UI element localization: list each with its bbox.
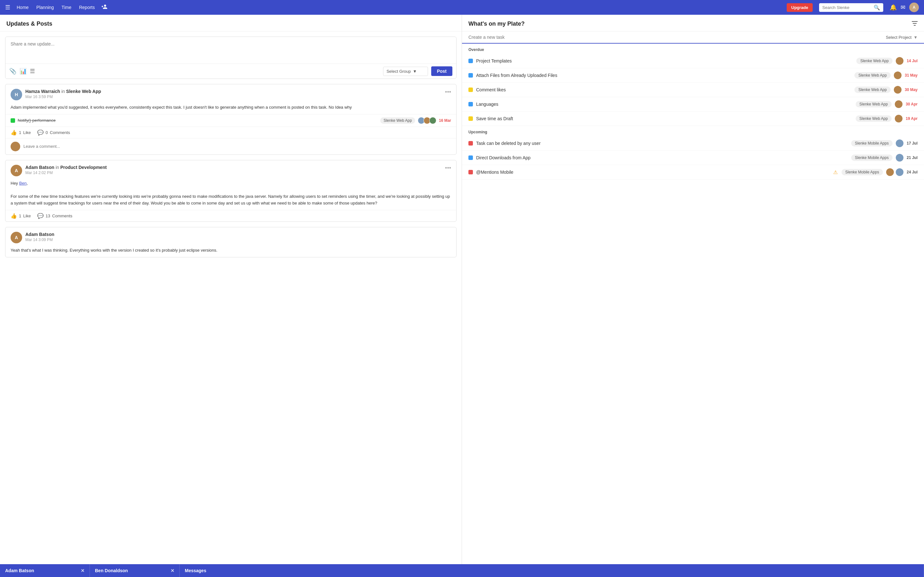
nav-time[interactable]: Time: [61, 5, 71, 10]
update-box: 📎 📊 ☰ Select Group ▼ Post: [5, 37, 457, 79]
chat-bar-label-adam: Adam Batson: [5, 568, 34, 573]
post-user-info-2: A Adam Batson in Product Development Mar…: [11, 165, 107, 176]
task-color-square: [468, 73, 473, 77]
nav-home[interactable]: Home: [17, 5, 29, 10]
like-button[interactable]: 👍 1 Like: [11, 129, 31, 135]
task-row[interactable]: Save time as Draft Slenke Web App 19 Apr: [462, 111, 924, 126]
task-row-name: Task can be deleted by any user: [476, 141, 848, 146]
task-row[interactable]: Attach Files from Already Uploaded Files…: [462, 68, 924, 83]
task-date: 21 Jul: [907, 155, 918, 160]
nav-links: Home Planning Time Reports: [17, 5, 95, 10]
like-label-2: Like: [23, 213, 31, 218]
notification-icon[interactable]: 🔔: [890, 4, 897, 11]
attach-icon[interactable]: 📎: [9, 68, 16, 75]
post-time: Mar 16 3:59 PM: [25, 95, 101, 99]
search-input[interactable]: [822, 5, 872, 10]
nav-add-member[interactable]: [101, 3, 107, 11]
chat-bars: Adam Batson × Ben Donaldson × Messages: [0, 564, 924, 577]
comment-preview-body: Yeah that's what I was thinking. Everyth…: [5, 246, 456, 257]
task-row[interactable]: Direct Downloads from App Slenke Mobile …: [462, 151, 924, 165]
task-user-avatar-2: [896, 168, 903, 176]
task-project-pill: Slenke Web App: [856, 101, 892, 107]
task-date: 24 Jul: [907, 170, 918, 174]
task-row-name: @Mentions Mobile: [476, 169, 830, 175]
upgrade-button[interactable]: Upgrade: [787, 3, 813, 12]
task-date: 19 Apr: [906, 116, 918, 121]
task-name[interactable]: Notify() performance: [18, 118, 378, 123]
task-row-name: Attach Files from Already Uploaded Files: [476, 73, 851, 78]
hamburger-icon[interactable]: ☰: [5, 4, 10, 11]
task-user-avatar: [894, 71, 901, 79]
task-project-pill: Slenke Web App: [855, 72, 891, 79]
ben-link[interactable]: Ben: [19, 181, 27, 185]
right-panel-header: What's on my Plate?: [462, 15, 924, 31]
comment-icon: 💬: [37, 129, 44, 135]
task-row[interactable]: @Mentions Mobile ⚠ Slenke Mobile Apps 24…: [462, 165, 924, 179]
list-icon[interactable]: ☰: [30, 68, 35, 75]
select-group-dropdown[interactable]: Select Group ▼: [383, 67, 428, 76]
task-row[interactable]: Languages Slenke Web App 30 Apr: [462, 97, 924, 111]
chevron-down-icon: ▼: [413, 69, 417, 74]
comment-label: Comments: [50, 130, 70, 135]
select-group-label: Select Group: [387, 69, 411, 74]
task-color-square: [468, 141, 473, 145]
select-project-dropdown[interactable]: Select Project ▼: [866, 35, 918, 40]
task-row[interactable]: Task can be deleted by any user Slenke M…: [462, 136, 924, 151]
chat-bar-messages[interactable]: Messages: [180, 564, 924, 577]
task-color-square: [468, 102, 473, 106]
nav-reports[interactable]: Reports: [79, 5, 95, 10]
post-actions: 👍 1 Like 💬 0 Comments: [5, 127, 456, 138]
update-textarea[interactable]: [5, 37, 456, 63]
messages-icon[interactable]: ✉: [901, 4, 905, 11]
task-row[interactable]: Comment likes Slenke Web App 30 May: [462, 83, 924, 97]
post-more-icon[interactable]: •••: [445, 89, 451, 95]
task-avatar-3: [429, 117, 436, 124]
task-user-avatar-1: [886, 168, 894, 176]
task-project-pill: Slenke Web App: [855, 87, 891, 93]
like-icon-2: 👍: [11, 213, 17, 219]
chat-bar-label-messages: Messages: [185, 568, 206, 573]
post-time-2: Mar 14 2:02 PM: [25, 171, 107, 175]
chat-bar-adam[interactable]: Adam Batson ×: [0, 564, 90, 577]
task-color-square: [468, 116, 473, 121]
post-comment-box: [5, 138, 456, 155]
task-date: 14 Jul: [907, 59, 918, 63]
chat-bar-close-adam[interactable]: ×: [81, 567, 84, 574]
post-more-icon-2[interactable]: •••: [445, 165, 451, 171]
comment-preview-user: A Adam Batson Mar 14 3:09 PM: [11, 232, 54, 243]
chart-icon[interactable]: 📊: [19, 68, 27, 75]
nav-planning[interactable]: Planning: [36, 5, 54, 10]
like-count: 1: [19, 130, 21, 135]
comment-count: 0: [45, 130, 48, 135]
post-meta: Hamza Warraich in Slenke Web App Mar 16 …: [25, 89, 101, 99]
chat-bar-close-ben[interactable]: ×: [171, 567, 174, 574]
task-row-name: Project Templates: [476, 58, 853, 63]
post-button[interactable]: Post: [431, 66, 452, 76]
task-user-avatar: [896, 57, 903, 65]
new-task-input[interactable]: [468, 35, 863, 40]
post-card-2: A Adam Batson in Product Development Mar…: [5, 160, 457, 222]
new-task-row: Select Project ▼: [462, 31, 924, 44]
task-color-square: [468, 170, 473, 174]
filter-icon[interactable]: [912, 21, 918, 27]
comment-preview-time: Mar 14 3:09 PM: [25, 237, 54, 242]
task-date: 30 May: [905, 87, 918, 92]
navbar: ☰ Home Planning Time Reports Upgrade 🔍 🔔…: [0, 0, 924, 15]
task-row[interactable]: Project Templates Slenke Web App 14 Jul: [462, 54, 924, 68]
comment-button-2[interactable]: 💬 13 Comments: [37, 213, 72, 219]
comment-avatar: [11, 142, 20, 151]
comment-button[interactable]: 💬 0 Comments: [37, 129, 70, 135]
svg-rect-2: [914, 25, 916, 26]
task-project-pill: Slenke Web App: [856, 58, 893, 64]
task-row-name: Languages: [476, 102, 853, 107]
post-user-info: H Hamza Warraich in Slenke Web App Mar 1…: [11, 89, 101, 100]
like-button-2[interactable]: 👍 1 Like: [11, 213, 31, 219]
task-color-square: [468, 155, 473, 160]
chat-bar-ben[interactable]: Ben Donaldson ×: [90, 564, 180, 577]
task-user-avatar: [896, 139, 903, 147]
task-avatars: [418, 117, 436, 124]
comment-input[interactable]: [23, 144, 451, 149]
user-avatar[interactable]: A: [909, 3, 919, 12]
update-toolbar: 📎 📊 ☰ Select Group ▼ Post: [5, 63, 456, 79]
post-avatar: H: [11, 89, 22, 100]
